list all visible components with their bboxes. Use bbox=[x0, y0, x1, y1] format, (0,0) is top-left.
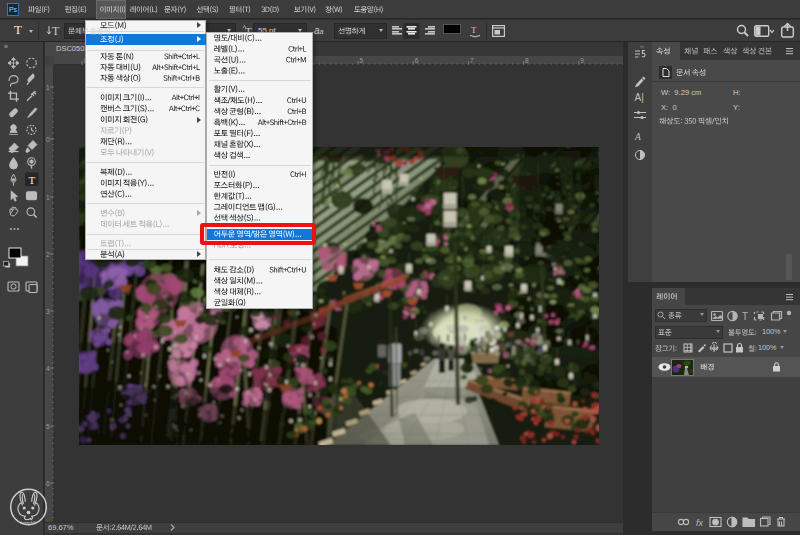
svg-text:bunnyhill: bunnyhill bbox=[21, 520, 38, 525]
